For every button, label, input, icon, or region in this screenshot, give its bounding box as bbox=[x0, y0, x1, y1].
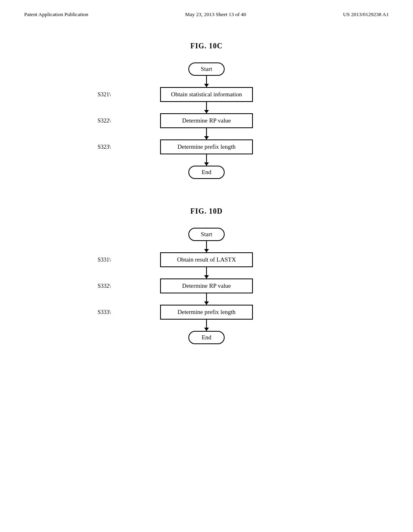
end-node-10c: End bbox=[188, 166, 225, 179]
s331-row: S331\ Obtain result of LASTX bbox=[126, 252, 287, 278]
start-label-10c: Start bbox=[188, 62, 225, 76]
end-label-10d: End bbox=[188, 331, 225, 344]
arrow-10c-4 bbox=[206, 154, 207, 166]
arrow-10d-1 bbox=[206, 241, 207, 252]
fig-10c-label: FIG. 10C bbox=[190, 42, 223, 50]
end-label-10c: End bbox=[188, 166, 225, 179]
start-node-10c: Start bbox=[188, 62, 225, 87]
header-middle: May 23, 2013 Sheet 13 of 40 bbox=[185, 11, 246, 18]
s321-label: S321\ bbox=[98, 91, 111, 98]
header-left: Patent Application Publication bbox=[24, 11, 88, 18]
s333-label: S333\ bbox=[98, 309, 111, 316]
flowchart-10c: Start S321\ Obtain statistical informati… bbox=[126, 62, 287, 179]
start-label-10d: Start bbox=[188, 228, 225, 241]
s322-row: S322\ Determine RP value bbox=[126, 113, 287, 139]
arrow-10d-2 bbox=[206, 267, 207, 278]
end-node-10d: End bbox=[188, 331, 225, 344]
s331-box: Obtain result of LASTX bbox=[160, 252, 253, 267]
s332-row: S332\ Determine RP value bbox=[126, 278, 287, 305]
s322-box: Determine RP value bbox=[160, 113, 253, 128]
arrow-10c-3 bbox=[206, 128, 207, 139]
fig-10c: FIG. 10C Start S321\ Obtain statistical … bbox=[0, 42, 413, 179]
s332-label: S332\ bbox=[98, 283, 111, 289]
arrow-10d-4 bbox=[206, 320, 207, 331]
s323-row: S323\ Determine prefix length bbox=[126, 139, 287, 166]
fig-10d-label: FIG. 10D bbox=[190, 207, 223, 216]
flowchart-10d: Start S331\ Obtain result of LASTX S332\… bbox=[126, 228, 287, 344]
arrow-10c-2 bbox=[206, 102, 207, 113]
s332-box: Determine RP value bbox=[160, 278, 253, 293]
s331-label: S331\ bbox=[98, 257, 111, 263]
start-node-10d: Start bbox=[188, 228, 225, 252]
s333-row: S333\ Determine prefix length bbox=[126, 305, 287, 331]
page-header: Patent Application Publication May 23, 2… bbox=[0, 0, 413, 18]
s321-box: Obtain statistical information bbox=[160, 87, 253, 102]
s333-box: Determine prefix length bbox=[160, 305, 253, 320]
arrow-10c-1 bbox=[206, 76, 207, 87]
s323-box: Determine prefix length bbox=[160, 139, 253, 154]
fig-10d: FIG. 10D Start S331\ Obtain result of LA… bbox=[0, 207, 413, 344]
s322-label: S322\ bbox=[98, 118, 111, 124]
header-right: US 2013/0129238 A1 bbox=[343, 11, 389, 18]
s321-row: S321\ Obtain statistical information bbox=[126, 87, 287, 113]
s323-label: S323\ bbox=[98, 144, 111, 150]
arrow-10d-3 bbox=[206, 293, 207, 305]
